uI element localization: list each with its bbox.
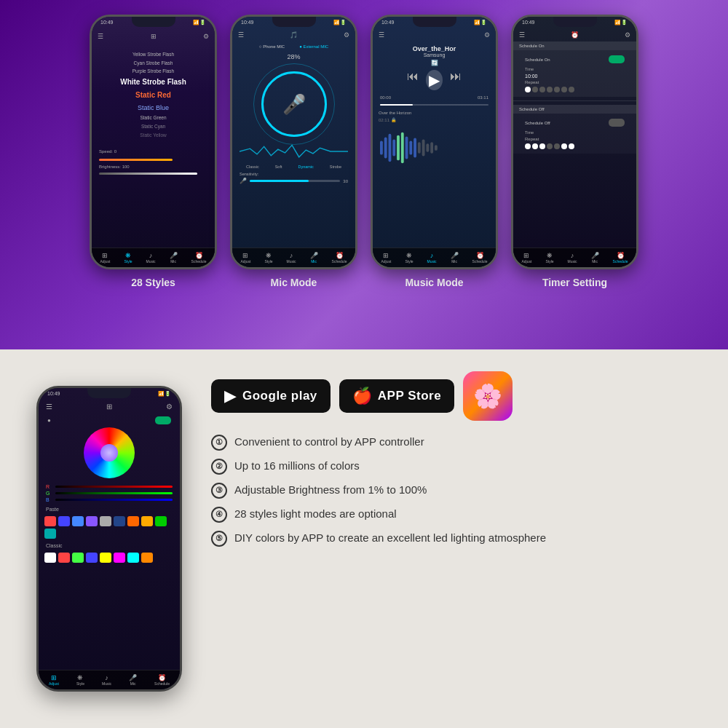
nav-adjust-4[interactable]: ⊞Adjust — [522, 252, 532, 264]
g-slider[interactable] — [55, 492, 173, 494]
preset-lightblue[interactable] — [72, 516, 84, 526]
time-4: 10:49 — [522, 20, 535, 25]
preset-green[interactable] — [155, 516, 167, 526]
app-store-button[interactable]: 🍎 APP Store — [339, 379, 454, 413]
repeat-dots-off — [519, 142, 630, 151]
nav-schedule-1[interactable]: ⏰Schedule — [191, 252, 207, 264]
classic-label: Classic — [39, 542, 180, 550]
nav-mic-4[interactable]: 🎤Mic — [591, 252, 599, 264]
play-store-icon: ▶ — [224, 387, 237, 405]
main-nav-adjust[interactable]: ⊞Adjust — [49, 674, 59, 686]
feature-1: ① Convenient to control by APP controlle… — [211, 434, 699, 451]
power-toggle[interactable] — [155, 416, 171, 424]
next-button[interactable]: ⏭ — [450, 70, 462, 90]
waveform-area — [240, 143, 348, 161]
dot-fri-off — [554, 143, 560, 149]
nav-mic-2[interactable]: 🎤Mic — [310, 252, 318, 264]
nav-style-2[interactable]: ❋Style — [264, 252, 272, 264]
preset-blue[interactable] — [58, 516, 70, 526]
preset-purple[interactable] — [86, 516, 98, 526]
google-play-button[interactable]: ▶ Google play — [211, 379, 331, 413]
classic-white[interactable] — [44, 553, 56, 563]
time-field-label: Time — [519, 66, 630, 73]
nav-adjust-3[interactable]: ⊞Adjust — [381, 252, 392, 264]
preset-orange[interactable] — [127, 516, 139, 526]
song-title: Over_the_Hor — [373, 45, 496, 52]
phone-timer-setting: 10:49 📶🔋 ☰ ⏰ ⚙ Schedule On Schedu — [511, 15, 638, 335]
bottom-section: 10:49 📶🔋 ☰ ⊞ ⚙ ● R — [0, 349, 728, 728]
nav-style-4[interactable]: ❋Style — [545, 252, 553, 264]
svg-rect-0 — [380, 141, 383, 154]
nav-schedule-4[interactable]: ⏰Schedule — [613, 252, 628, 264]
schedule-off-text: Schedule Off — [525, 121, 550, 125]
main-phone-notch — [87, 388, 131, 398]
app-logo-icon: 🌸 — [473, 382, 502, 410]
feature-4: ④ 28 styles light modes are optional — [211, 506, 699, 523]
nav-mic-3[interactable]: 🎤Mic — [451, 252, 459, 264]
nav-music-1[interactable]: ♪Music — [146, 252, 156, 264]
time-value: 10:00 — [519, 73, 630, 79]
schedule-off-toggle[interactable] — [609, 119, 625, 127]
schedule-on-toggle[interactable] — [609, 55, 625, 63]
color-wheel[interactable] — [84, 427, 135, 478]
nav-adjust-2[interactable]: ⊞Adjust — [241, 252, 251, 264]
phone-screen-3: 10:49 📶🔋 ☰ ⚙ Over_the_Hor Samsung 🔄 ⏮ ▶ — [373, 17, 496, 267]
nav-music-4[interactable]: ♪Music — [568, 252, 577, 264]
classic-cyan[interactable] — [127, 553, 139, 563]
g-slider-row: G — [46, 491, 173, 496]
main-nav-mic[interactable]: 🎤Mic — [129, 674, 137, 686]
nav-style-1[interactable]: ❋Style — [124, 252, 132, 264]
style-item: Static Green — [98, 114, 209, 122]
main-nav-music[interactable]: ♪Music — [102, 674, 111, 686]
apple-icon: 🍎 — [352, 387, 372, 405]
nav-adjust-1[interactable]: ⊞Adjust — [100, 252, 111, 264]
nav-schedule-2[interactable]: ⏰Schedule — [332, 252, 347, 264]
phone-notch-3 — [413, 17, 456, 27]
phones-row: 10:49 📶🔋 ☰ ⊞ ⚙ Yellow Strobe Flash Cyan … — [22, 15, 706, 335]
main-nav-schedule[interactable]: ⏰Schedule — [154, 674, 170, 686]
feature-5: ⑤ DIY colors by APP to create an excelle… — [211, 530, 699, 547]
classic-blue[interactable] — [86, 553, 98, 563]
phone-frame-2: 10:49 📶🔋 ☰ 🎵 ⚙ ○ Phone MIC ● External MI… — [230, 15, 357, 269]
schedule-off-label: Schedule Off — [519, 107, 545, 111]
soft-option: Soft — [275, 165, 282, 169]
dot-wed-off — [539, 143, 545, 149]
nav-music-3[interactable]: ♪Music — [427, 252, 437, 264]
nav-schedule-3[interactable]: ⏰Schedule — [472, 252, 488, 264]
main-nav-style[interactable]: ❋Style — [76, 674, 84, 686]
nav-mic-1[interactable]: 🎤Mic — [170, 252, 178, 264]
settings-icon-3: ⚙ — [484, 31, 490, 39]
nav-style-3[interactable]: ❋Style — [405, 252, 413, 264]
settings-icon-1: ⚙ — [203, 33, 209, 40]
bottom-nav-2: ⊞Adjust ❋Style ♪Music 🎤Mic ⏰Schedule — [232, 248, 355, 267]
main-bottom-nav: ⊞Adjust ❋Style ♪Music 🎤Mic ⏰Schedule — [39, 670, 180, 689]
repeat-dots-on — [519, 85, 630, 94]
preset-navy[interactable] — [114, 516, 125, 526]
play-button[interactable]: ▶ — [426, 70, 443, 90]
r-slider[interactable] — [55, 486, 173, 488]
phone-notch-2 — [272, 17, 316, 27]
classic-green[interactable] — [72, 553, 84, 563]
svg-rect-8 — [414, 138, 416, 158]
svg-rect-9 — [418, 142, 421, 153]
feature-number-4: ④ — [211, 507, 227, 523]
bottom-nav-4: ⊞Adjust ❋Style ♪Music 🎤Mic ⏰Schedule — [513, 248, 636, 267]
classic-yellow[interactable] — [100, 553, 111, 563]
preset-teal[interactable] — [44, 529, 56, 539]
prev-button[interactable]: ⏮ — [407, 70, 419, 90]
preset-gray[interactable] — [100, 516, 111, 526]
preset-red[interactable] — [44, 516, 56, 526]
time-field-label-off: Time — [519, 129, 630, 136]
progress-fill — [380, 104, 413, 106]
nav-music-2[interactable]: ♪Music — [287, 252, 296, 264]
preset-amber[interactable] — [141, 516, 153, 526]
b-slider[interactable] — [55, 499, 173, 501]
phone-screen-2: 10:49 📶🔋 ☰ 🎵 ⚙ ○ Phone MIC ● External MI… — [232, 17, 355, 267]
schedule-off-section: Schedule Off Time Repeat — [513, 114, 636, 154]
classic-red[interactable] — [58, 553, 70, 563]
classic-magenta[interactable] — [114, 553, 125, 563]
classic-orange[interactable] — [141, 553, 153, 563]
current-time: 00:00 — [380, 95, 391, 100]
style-item: Yellow Strobe Flash — [98, 50, 209, 59]
external-mic-option: ● External MIC — [299, 44, 328, 49]
